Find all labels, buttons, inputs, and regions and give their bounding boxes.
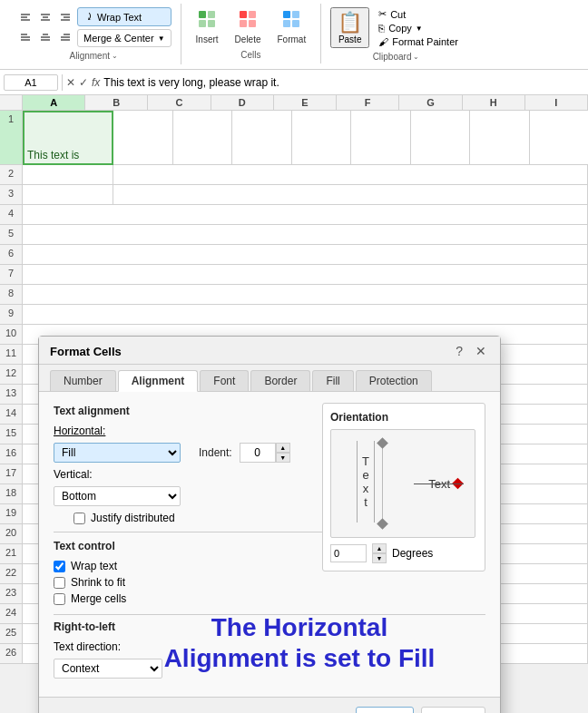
cell-reference-input[interactable]	[4, 74, 58, 91]
format-painter-button[interactable]: 🖌 Format Painter	[375, 35, 462, 48]
cell-c1[interactable]	[173, 111, 233, 165]
col-header-d[interactable]: D	[211, 95, 274, 110]
cell-a1[interactable]: This text is	[23, 111, 113, 165]
degrees-spin-down[interactable]: ▼	[372, 553, 387, 563]
align-icons	[16, 10, 74, 44]
copy-button[interactable]: ⎘ Copy ▼	[375, 22, 462, 34]
vertical-select[interactable]: Bottom Top Middle Justify	[54, 486, 181, 506]
merge-center-button[interactable]: Merge & Center ▼	[77, 29, 172, 47]
merge-cells-checkbox[interactable]	[54, 593, 65, 605]
ok-button[interactable]: OK	[356, 707, 413, 713]
cells-label: Cells	[240, 50, 260, 60]
tab-number[interactable]: Number	[50, 370, 116, 391]
cell-a2[interactable]	[23, 165, 113, 184]
formula-bar-separator	[62, 74, 63, 91]
justify-distributed-checkbox[interactable]	[74, 513, 85, 524]
row-number-21: 21	[0, 544, 23, 563]
cell-h1[interactable]	[470, 111, 530, 165]
paste-button[interactable]: 📋 Paste	[330, 7, 369, 48]
cells-buttons: Insert Delete	[191, 7, 312, 46]
cell-a7[interactable]	[23, 265, 588, 284]
cell-f1[interactable]	[351, 111, 411, 165]
degrees-label: Degrees	[392, 547, 433, 560]
cancel-formula-icon[interactable]: ✕	[66, 76, 75, 89]
merge-cells-label: Merge cells	[71, 592, 126, 605]
column-headers: A B C D E F G H I	[0, 95, 588, 111]
copy-icon: ⎘	[378, 23, 385, 34]
align-bottom-left-icon[interactable]	[16, 28, 34, 44]
degrees-spin-up[interactable]: ▲	[372, 543, 387, 553]
row-number-12: 12	[0, 365, 23, 384]
alignment-expand-icon[interactable]: ⌄	[112, 52, 118, 60]
cell-e1[interactable]	[292, 111, 352, 165]
svg-rect-19	[208, 11, 215, 18]
cell-a5[interactable]	[23, 225, 588, 244]
format-button[interactable]: Format	[272, 7, 312, 46]
align-bottom-center-icon[interactable]	[36, 28, 54, 44]
svg-rect-18	[199, 11, 206, 18]
cell-a6[interactable]	[23, 245, 588, 264]
tab-protection[interactable]: Protection	[356, 370, 432, 391]
table-row: 6	[0, 245, 588, 265]
delete-label: Delete	[235, 34, 261, 44]
row-number-23: 23	[0, 584, 23, 603]
dialog-title-icons: ? ✕	[453, 344, 489, 358]
shrink-to-fit-row: Shrink to fit	[54, 576, 485, 589]
cell-a3[interactable]	[23, 185, 113, 204]
dialog-close-button[interactable]: ✕	[473, 344, 489, 358]
cell-g1[interactable]	[411, 111, 471, 165]
wrap-text-button[interactable]: ⤸ Wrap Text	[77, 7, 172, 26]
row-number-25: 25	[0, 624, 23, 643]
cell-b1[interactable]	[113, 111, 173, 165]
wrap-text-checkbox[interactable]	[54, 561, 65, 572]
tab-fill[interactable]: Fill	[312, 370, 353, 391]
insert-button[interactable]: Insert	[191, 7, 224, 46]
clipboard-expand-icon[interactable]: ⌄	[413, 53, 419, 61]
cell-d1[interactable]	[232, 111, 292, 165]
cell-a8[interactable]	[23, 285, 588, 304]
align-top-right-icon[interactable]	[56, 10, 74, 26]
fx-label: fx	[92, 76, 100, 89]
cell-a9[interactable]	[23, 305, 588, 324]
indent-spin-up[interactable]: ▲	[276, 443, 290, 453]
col-header-b[interactable]: B	[85, 95, 148, 110]
alignment-top-row: ⤸ Wrap Text Merge & Center ▼	[16, 7, 172, 47]
tab-alignment[interactable]: Alignment	[118, 370, 199, 392]
delete-button[interactable]: Delete	[230, 7, 267, 46]
table-row: 9	[0, 305, 588, 325]
col-header-a[interactable]: A	[23, 95, 85, 110]
horizontal-select[interactable]: Fill General Left Center Right Justify	[54, 443, 181, 463]
cell-rest-2	[113, 165, 588, 184]
dialog-title-bar: Format Cells ? ✕	[39, 337, 500, 365]
degrees-input[interactable]	[330, 544, 367, 562]
indent-spinner: ▲ ▼	[276, 443, 290, 463]
col-header-g[interactable]: G	[399, 95, 462, 110]
align-top-center-icon[interactable]	[36, 10, 54, 26]
indent-spin-down[interactable]: ▼	[276, 453, 290, 463]
cell-i1[interactable]	[530, 111, 589, 165]
col-header-e[interactable]: E	[274, 95, 337, 110]
col-header-f[interactable]: F	[337, 95, 399, 110]
cancel-button[interactable]: Cancel	[421, 707, 485, 713]
cell-a4[interactable]	[23, 205, 588, 224]
orientation-label: Orientation	[330, 411, 477, 424]
shrink-to-fit-checkbox[interactable]	[54, 577, 65, 589]
confirm-formula-icon[interactable]: ✓	[79, 76, 88, 89]
dialog-help-button[interactable]: ?	[453, 344, 466, 358]
row-number-3: 3	[0, 185, 23, 204]
col-header-h[interactable]: H	[463, 95, 525, 110]
col-header-i[interactable]: I	[525, 95, 588, 110]
align-bottom-right-icon[interactable]	[56, 28, 74, 44]
tab-font[interactable]: Font	[200, 370, 249, 391]
paste-icon: 📋	[338, 11, 362, 34]
divider-1	[54, 532, 322, 532]
tab-border[interactable]: Border	[250, 370, 310, 391]
col-header-c[interactable]: C	[148, 95, 211, 110]
row-number-4: 4	[0, 205, 23, 224]
indent-input[interactable]	[240, 443, 276, 463]
ribbon-top: ⤸ Wrap Text Merge & Center ▼ Alignment ⌄	[7, 4, 581, 65]
shrink-to-fit-label: Shrink to fit	[71, 576, 125, 589]
cut-label: Cut	[390, 9, 406, 20]
align-top-left-icon[interactable]	[16, 10, 34, 26]
cut-button[interactable]: ✂ Cut	[375, 7, 462, 21]
